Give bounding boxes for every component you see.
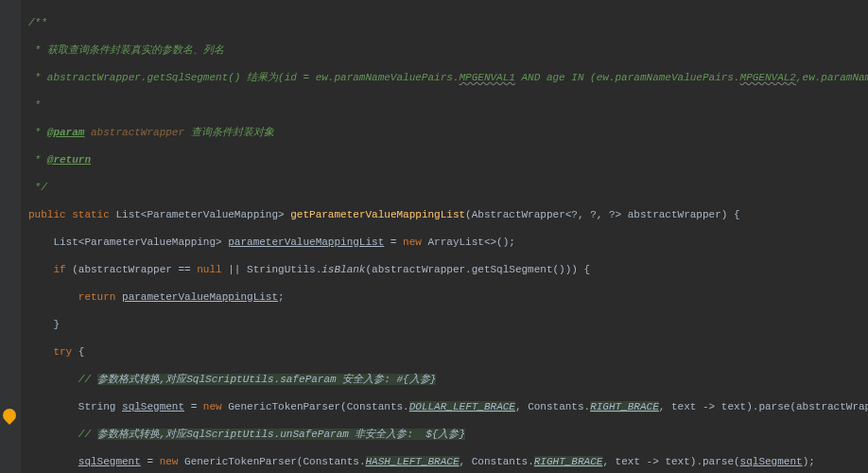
code-line: }	[28, 318, 860, 332]
editor-gutter[interactable]	[0, 0, 21, 473]
method-signature: public static List<ParameterValueMapping…	[28, 208, 860, 222]
code-line: sqlSegment = new GenericTokenParser(Cons…	[28, 455, 860, 469]
javadoc-return: * @return	[28, 154, 91, 166]
code-line: if (abstractWrapper == null || StringUti…	[28, 263, 860, 277]
javadoc-param: * @param abstractWrapper 查询条件封装对象	[28, 127, 274, 138]
code-comment: // 参数格式转换,对应SqlScriptUtils.unSafeParam 非…	[28, 428, 860, 442]
code-line: try {	[28, 345, 860, 359]
javadoc-line: *	[28, 99, 41, 111]
code-comment: // 参数格式转换,对应SqlScriptUtils.safeParam 安全入…	[28, 373, 860, 387]
javadoc-line: * abstractWrapper.getSqlSegment() 结果为(id…	[28, 72, 868, 83]
code-line: return parameterValueMappingList;	[28, 290, 860, 305]
javadoc-line: * 获取查询条件封装真实的参数名、列名	[28, 44, 224, 56]
code-line: List<ParameterValueMapping> parameterVal…	[28, 236, 860, 250]
code-line: String sqlSegment = new GenericTokenPars…	[28, 400, 860, 414]
code-editor[interactable]: /** * 获取查询条件封装真实的参数名、列名 * abstractWrappe…	[21, 0, 868, 473]
javadoc-end: */	[28, 182, 47, 193]
javadoc-start: /**	[28, 17, 47, 28]
